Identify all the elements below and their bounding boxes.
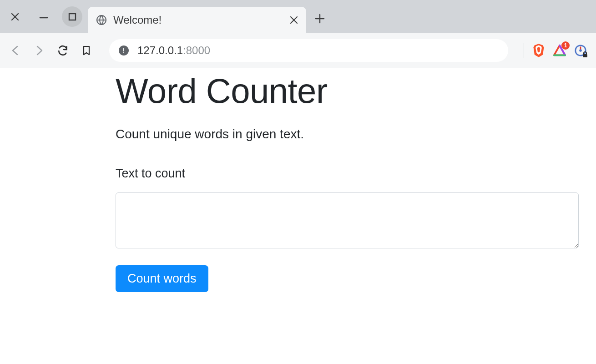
url-host: 127.0.0.1	[137, 44, 183, 56]
svg-rect-4	[123, 52, 124, 53]
brave-wallet-button[interactable]	[574, 44, 587, 57]
browser-toolbar: 127.0.0.1:8000 1	[0, 33, 596, 68]
window-close-button[interactable]	[5, 6, 25, 27]
address-bar[interactable]: 127.0.0.1:8000	[109, 39, 508, 62]
new-tab-button[interactable]	[314, 13, 325, 26]
lock-icon	[582, 51, 588, 58]
nav-back-button[interactable]	[9, 44, 22, 57]
url-port: :8000	[183, 44, 210, 56]
svg-rect-3	[123, 48, 124, 51]
reload-icon	[57, 45, 69, 56]
page-lead: Count unique words in given text.	[116, 127, 578, 142]
url-text: 127.0.0.1:8000	[137, 44, 210, 57]
svg-rect-0	[69, 14, 76, 20]
svg-rect-7	[583, 54, 587, 57]
site-info-icon[interactable]	[118, 45, 129, 56]
text-to-count-input[interactable]	[116, 192, 579, 248]
minimize-icon	[39, 12, 49, 22]
not-secure-icon	[118, 45, 129, 56]
nav-forward-button[interactable]	[33, 44, 45, 57]
toolbar-divider	[524, 43, 524, 58]
arrow-right-icon	[34, 45, 45, 56]
page-content: Word Counter Count unique words in given…	[116, 70, 578, 292]
brave-shields-button[interactable]	[532, 44, 545, 57]
tab-close-button[interactable]	[290, 13, 298, 27]
plus-icon	[314, 13, 325, 24]
notification-badge: 1	[561, 41, 570, 50]
bookmark-icon	[81, 45, 92, 56]
bookmark-button[interactable]	[80, 44, 93, 57]
globe-icon	[96, 15, 107, 25]
window-minimize-button[interactable]	[33, 6, 54, 27]
close-icon	[10, 12, 20, 21]
arrow-left-icon	[10, 45, 21, 56]
count-words-button[interactable]: Count words	[116, 265, 208, 292]
maximize-icon	[68, 12, 77, 21]
brave-lion-icon	[532, 43, 545, 58]
brave-rewards-button[interactable]: 1	[553, 44, 566, 57]
window-maximize-button[interactable]	[62, 6, 82, 27]
window-titlebar: Welcome!	[0, 0, 596, 33]
close-icon	[290, 16, 298, 24]
browser-tabs: Welcome!	[88, 0, 325, 33]
reload-button[interactable]	[56, 44, 69, 57]
browser-tab-active[interactable]: Welcome!	[88, 7, 306, 33]
page-viewport: Word Counter Count unique words in given…	[0, 70, 596, 292]
textarea-label: Text to count	[116, 167, 578, 181]
toolbar-right: 1	[524, 43, 587, 58]
page-heading: Word Counter	[116, 70, 578, 111]
tab-title: Welcome!	[113, 14, 162, 26]
svg-point-6	[579, 49, 582, 52]
